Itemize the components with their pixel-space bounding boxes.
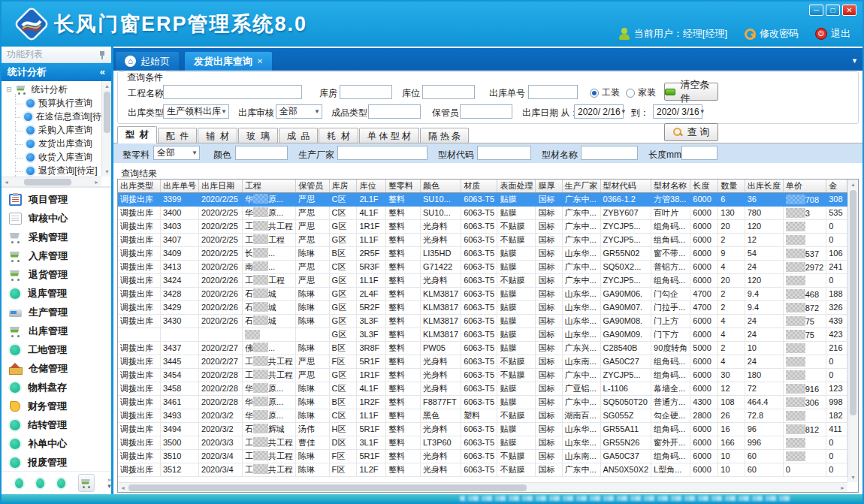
table-row[interactable]: 调拨出库34302020/2/26石城陈琳G区3L3F整料KLM38176063…: [118, 314, 847, 327]
sidebar-item-note[interactable]: 审核中心: [2, 209, 111, 228]
material-tab[interactable]: 配 件: [158, 128, 198, 143]
table-row[interactable]: 调拨出库35002020/3/3工共工程曹佳D区3L1F整料LT3P606063…: [118, 436, 847, 449]
module-shortcut-icon[interactable]: [15, 478, 23, 488]
grid-column-header[interactable]: 库位: [357, 180, 386, 192]
collapse-icon[interactable]: «: [100, 63, 105, 81]
sidebar-item-circle[interactable]: 工地管理: [2, 340, 111, 359]
table-row[interactable]: 调拨出库34582020/2/28华原...陈琳C区4L1F整料光身料6063-…: [118, 382, 847, 395]
order-no-input[interactable]: [528, 85, 578, 99]
sidebar-item-production[interactable]: 生产管理: [2, 303, 111, 321]
grid-column-header[interactable]: 出库类型: [118, 180, 160, 192]
module-shortcut-icon[interactable]: [36, 478, 44, 488]
table-row[interactable]: 调拨出库34132020/2/26南...严思C区5R3F整料G71422606…: [118, 260, 847, 273]
tree-root-statistics[interactable]: ⊟ 统计分析: [6, 83, 101, 96]
change-password-button[interactable]: 修改密码: [744, 27, 799, 41]
table-row[interactable]: 调拨出库35122020/3/4工共工程陈琳F区1L2F整料光身料6063-T5…: [118, 463, 847, 476]
date-from-picker[interactable]: 2020/ 2/16▼: [574, 104, 624, 119]
tree-item[interactable]: 预算执行查询: [6, 96, 101, 110]
grid-column-header[interactable]: 膜厚: [536, 180, 562, 192]
sidebar-item-circle[interactable]: 退库管理: [2, 284, 111, 303]
search-button[interactable]: 查 询: [664, 123, 718, 141]
out-type-dropdown[interactable]: 生产领料出库▼: [163, 104, 229, 119]
minimize-button[interactable]: ─: [809, 5, 823, 16]
scroll-left-icon[interactable]: ◄: [118, 483, 128, 493]
color-input[interactable]: [235, 146, 288, 160]
table-row[interactable]: 调拨出库34932020/3/2华原...陈琳C区1L1F整料黑色塑料不贴膜国标…: [118, 409, 847, 422]
product-type-input[interactable]: [368, 104, 421, 119]
sidebar-item-cart-green[interactable]: 入库管理: [2, 246, 111, 265]
tab-list-dropdown-icon[interactable]: ▼: [851, 57, 858, 65]
scroll-down-icon[interactable]: ▼: [848, 472, 858, 482]
sidebar-item-cart[interactable]: 采购管理: [2, 228, 111, 246]
table-row[interactable]: 调拨出库34942020/3/2石辉城汤伟H区5R1F整料光身料6063-T5贴…: [118, 422, 847, 436]
profile-code-input[interactable]: [477, 146, 531, 160]
table-row[interactable]: 调拨出库34452020/2/27工共工程严思F区5R1F整料光身料6063-T…: [118, 355, 847, 368]
grid-column-header[interactable]: 出库长度: [745, 180, 783, 192]
tree-expander-icon[interactable]: ⊟: [6, 86, 12, 93]
audit-dropdown[interactable]: 全部▼: [276, 104, 322, 119]
tree-horizontal-scrollbar[interactable]: ◄ ►: [2, 177, 101, 186]
grid-column-header[interactable]: 出库单号: [160, 180, 198, 192]
table-row[interactable]: 调拨出库34372020/2/27佛...陈琳B区3R8F整料PW056063-…: [118, 341, 847, 355]
grid-column-header[interactable]: 生产厂家: [562, 180, 600, 192]
grid-column-header[interactable]: 表面处理: [497, 180, 536, 192]
sidebar-item-cart-green[interactable]: 退货管理: [2, 265, 111, 284]
sidebar-item-finance[interactable]: 财务管理: [2, 397, 111, 415]
sidebar-item-clipboard[interactable]: 项目管理: [2, 190, 111, 209]
grid-column-header[interactable]: 长度: [690, 180, 718, 192]
grid-vertical-scrollbar[interactable]: ▲ ▼: [847, 180, 858, 482]
logout-button[interactable]: ⏻ 退出: [815, 27, 850, 41]
table-row[interactable]: 调拨出库35102020/3/4工共工程陈琳F区5R1F整料光身料6063-T5…: [118, 449, 847, 463]
radio-gongzhuang[interactable]: 工装: [590, 86, 620, 99]
table-row[interactable]: 调拨出库34542020/2/28工共工程严思G区1R1F整料光身料6063-T…: [118, 368, 847, 382]
material-tab[interactable]: 隔 热 条: [420, 128, 469, 143]
maximize-button[interactable]: □: [826, 5, 840, 16]
table-row[interactable]: 调拨出库34242020/2/26工工程严思G区1L1F整料光身料6063-T5…: [118, 273, 847, 287]
scroll-up-icon[interactable]: ▲: [848, 180, 858, 189]
scroll-down-icon[interactable]: ▼: [102, 167, 111, 177]
grid-column-header[interactable]: 整零料: [385, 180, 420, 192]
grid-column-header[interactable]: 型材名称: [651, 180, 690, 192]
sidebar-item-circle[interactable]: 物料盘存: [2, 378, 111, 397]
profile-name-input[interactable]: [581, 146, 638, 160]
tab-shipment-outbound-query[interactable]: 发货出库查询 ✕: [185, 52, 272, 71]
grid-horizontal-scrollbar[interactable]: ◄ ►: [118, 482, 847, 492]
location-input[interactable]: [422, 85, 475, 99]
scroll-right-icon[interactable]: ►: [838, 483, 847, 493]
grid-column-header[interactable]: 颜色: [421, 180, 461, 192]
grid-column-header[interactable]: 库房: [329, 180, 357, 192]
material-tab[interactable]: 型 材: [117, 126, 157, 143]
grid-column-header[interactable]: 金: [826, 180, 847, 192]
material-tab[interactable]: 耗 材: [319, 128, 358, 143]
sidebar-section-statistics[interactable]: 统计分析 «: [2, 63, 111, 81]
tree-vertical-scrollbar[interactable]: ▲ ▼: [101, 81, 111, 177]
sidebar-item-circle[interactable]: 补单中心: [2, 434, 111, 453]
table-row[interactable]: 调拨出库33992020/2/25华原...严思C区2L1F整料SU10...6…: [118, 192, 847, 206]
table-row[interactable]: 调拨出库34292020/2/26石城陈琳G区5R2F整料KLM38176063…: [118, 300, 847, 314]
grid-column-header[interactable]: 数量: [718, 180, 745, 192]
more-modules-button[interactable]: »▾: [107, 477, 111, 489]
sidebar-item-cart-green[interactable]: 出库管理: [2, 321, 111, 340]
table-row[interactable]: 调拨出库34002020/2/25华原...严思C区4L1F整料SU10...6…: [118, 206, 847, 219]
whole-piece-dropdown[interactable]: 全部▼: [153, 146, 200, 160]
radio-jiazhuang[interactable]: 家装: [626, 86, 656, 99]
keeper-input[interactable]: [460, 104, 512, 119]
length-input[interactable]: [681, 146, 717, 160]
warehouse-input[interactable]: [340, 85, 392, 99]
grid-column-header[interactable]: 出库日期: [198, 180, 242, 192]
table-row[interactable]: 调拨出库34072020/2/25工工程严思G区1L1F整料光身料6063-T5…: [118, 233, 847, 246]
project-name-input[interactable]: [163, 85, 302, 99]
material-tab[interactable]: 玻 璃: [238, 128, 278, 143]
grid-column-header[interactable]: 材质: [461, 180, 497, 192]
clear-conditions-button[interactable]: 清空条件: [664, 83, 718, 101]
grid-column-header[interactable]: 工程: [242, 180, 295, 192]
date-to-picker[interactable]: 2020/ 3/16▼: [653, 104, 702, 119]
sidebar-item-circle[interactable]: 报废管理: [2, 453, 111, 472]
pin-icon[interactable]: [98, 50, 106, 59]
table-row[interactable]: 调拨出库34612020/2/28华原...陈琳B区1R2F整料F8877FT6…: [118, 395, 847, 409]
table-row[interactable]: 调拨出库34032020/2/25工共工程严思G区1R1F整料光身料6063-T…: [118, 219, 847, 233]
manufacturer-input[interactable]: [337, 146, 427, 160]
table-row[interactable]: 调拨出库34282020/2/26石城陈琳G区2L4F整料KLM38176063…: [118, 287, 847, 300]
sidebar-item-circle[interactable]: 结转管理: [2, 415, 111, 434]
material-tab[interactable]: 辅 材: [198, 128, 237, 143]
